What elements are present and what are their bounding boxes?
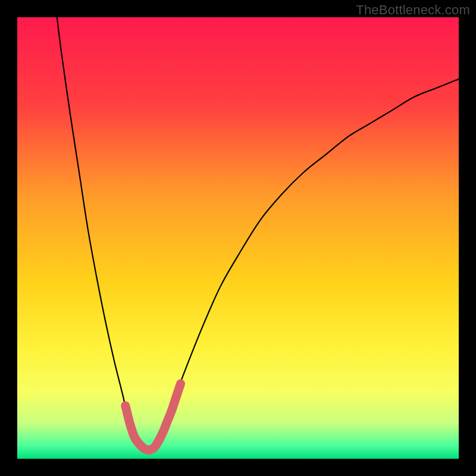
plot-frame <box>17 17 459 459</box>
curve-right <box>150 79 459 450</box>
highlight-right <box>150 384 181 450</box>
curve-layer <box>17 17 459 459</box>
highlight-left <box>126 406 150 450</box>
curve-left <box>57 17 150 450</box>
watermark-text: TheBottleneck.com <box>356 2 470 18</box>
